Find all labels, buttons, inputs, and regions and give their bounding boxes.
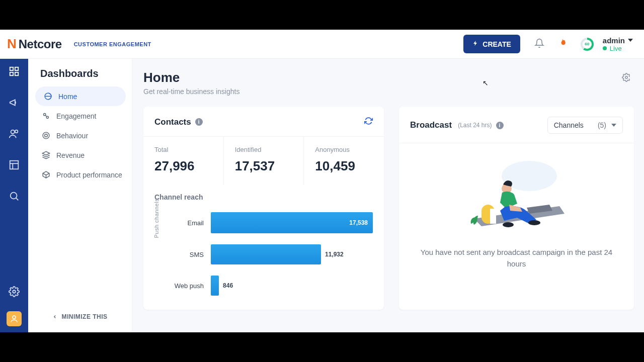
rail-settings-icon[interactable] [9,286,20,299]
empty-illustration [459,158,575,234]
sidebar-title: Dashboards [28,68,132,86]
svg-rect-21 [490,209,496,224]
contacts-title: Contacts i [154,117,203,127]
status-badge: Live [603,45,622,52]
bolt-icon [472,40,478,48]
brand-mark: N [7,36,16,52]
rail-megaphone-icon[interactable] [9,97,20,110]
bell-icon[interactable] [534,38,544,50]
rail-profile-icon[interactable] [7,311,22,326]
stat-total: Total 27,996 [143,137,224,185]
channels-dropdown[interactable]: Channels (5) [547,117,623,134]
sidebar-item-label: Engagement [56,112,96,120]
bar-webpush [211,276,219,296]
score-ring[interactable]: 60 [581,38,594,51]
svg-rect-2 [10,72,13,75]
refresh-button[interactable] [364,117,373,127]
sidebar-item-revenue[interactable]: Revenue [28,145,132,165]
info-icon[interactable]: i [195,118,203,126]
brand-logo: N Netcore [7,36,62,52]
channel-reach-chart: Push channels Email 17,538 SMS 11,932 We… [154,212,373,296]
main-content: ↖ Home Get real-time business insights C… [132,59,644,332]
sidebar-item-engagement[interactable]: Engagement [28,106,132,126]
stat-anonymous: Anonymous 10,459 [304,137,384,185]
svg-point-16 [43,132,49,139]
rail-dashboard-icon[interactable] [9,66,20,79]
chevron-down-icon [628,39,633,42]
svg-rect-6 [10,161,19,169]
bar-email: 17,538 [211,212,373,233]
svg-point-12 [13,316,16,319]
svg-point-18 [625,76,628,79]
brand-subline: CUSTOMER ENGAGEMENT [74,41,151,47]
rail-contacts-icon[interactable] [9,128,20,141]
bar-row-webpush: Web push 846 [172,276,373,296]
sidebar: Dashboards Home Engagement Behaviour Rev… [28,59,132,332]
sidebar-item-home[interactable]: Home [35,86,126,106]
info-icon[interactable]: i [496,122,504,129]
svg-line-10 [16,198,19,201]
svg-rect-0 [10,67,13,70]
svg-point-11 [13,290,16,293]
sidebar-item-label: Revenue [56,151,85,159]
stat-identified: Identified 17,537 [224,137,304,185]
svg-rect-3 [15,72,18,75]
page-settings-button[interactable] [619,70,634,87]
nav-rail [0,59,28,332]
brand-name: Netcore [19,37,62,51]
page-title: Home [143,70,239,85]
svg-rect-1 [15,67,18,70]
rail-content-icon[interactable] [9,159,20,172]
chart-y-axis-label: Push channels [153,199,159,238]
top-header: N Netcore CUSTOMER ENGAGEMENT CREATE 60 … [0,30,644,59]
chevron-down-icon [611,124,616,127]
sidebar-item-label: Home [58,93,77,101]
svg-point-24 [503,222,514,227]
broadcast-empty-state: You have not sent any broadcast campaign… [399,143,634,275]
sidebar-item-product[interactable]: Product performance [28,165,132,185]
sidebar-item-behaviour[interactable]: Behaviour [28,126,132,145]
channel-reach-label: Channel reach [154,193,373,201]
broadcast-empty-text: You have not sent any broadcast campaign… [414,247,619,269]
broadcast-card: Broadcast (Last 24 hrs) i Channels (5) [399,107,634,310]
contacts-card: Contacts i Total 27,996 Ident [143,107,384,310]
sidebar-item-label: Product performance [56,171,122,179]
svg-point-4 [11,130,15,134]
minimize-sidebar-button[interactable]: MINIMIZE THIS [28,306,132,327]
user-menu[interactable]: admin Live [603,36,633,52]
svg-point-5 [15,130,18,133]
svg-point-17 [45,134,48,137]
flame-icon[interactable] [557,38,568,50]
svg-point-9 [11,193,17,199]
sidebar-item-label: Behaviour [56,132,88,140]
create-button[interactable]: CREATE [463,35,520,53]
bar-sms [211,244,321,264]
bar-row-email: Email 17,538 [172,212,373,233]
svg-point-23 [528,220,540,225]
rail-search-icon[interactable] [9,191,20,204]
bar-row-sms: SMS 11,932 [172,244,373,264]
broadcast-title: Broadcast (Last 24 hrs) i [410,120,504,130]
page-subtitle: Get real-time business insights [143,87,239,96]
